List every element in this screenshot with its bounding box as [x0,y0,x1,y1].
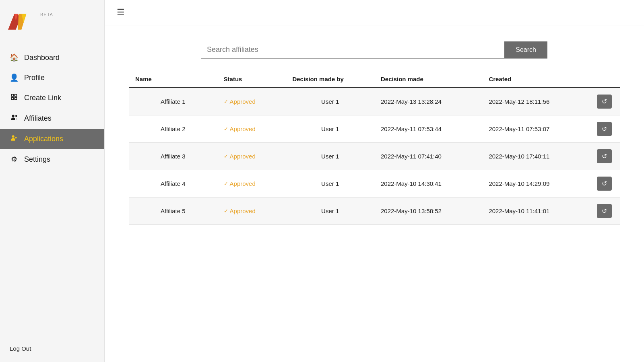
status-badge: ✓ Approved [224,98,280,105]
status-badge: ✓ Approved [224,180,280,187]
logout-button[interactable]: Log Out [10,345,31,352]
refresh-button[interactable]: ↺ [597,177,612,191]
cell-decision-made: 2022-May-13 13:28:24 [374,88,482,115]
status-badge: ✓ Approved [224,153,280,160]
cell-created: 2022-May-11 07:53:07 [482,115,590,143]
status-badge: ✓ Approved [224,125,280,132]
cell-name: Affiliate 3 [129,143,217,170]
app-logo [8,10,36,34]
link-icon [10,93,19,103]
svg-rect-7 [15,98,17,100]
search-input[interactable] [201,41,504,58]
col-header-status: Status [217,71,286,88]
svg-point-10 [12,135,14,138]
check-icon: ✓ [224,126,228,132]
cell-decision-made: 2022-May-10 14:30:41 [374,170,482,197]
hamburger-button[interactable]: ☰ [117,7,125,18]
refresh-button[interactable]: ↺ [597,204,612,218]
status-badge: ✓ Approved [224,208,280,214]
check-icon: ✓ [224,181,228,187]
top-bar: ☰ [105,0,644,25]
affiliates-icon [10,114,19,123]
logo-area: BETA [0,0,104,43]
sidebar-item-settings-label: Settings [24,155,50,164]
search-area: Search [105,25,644,71]
cell-action: ↺ [590,197,620,225]
affiliates-table-container: Name Status Decision made by Decision ma… [105,71,644,225]
cell-decision-made: 2022-May-11 07:41:40 [374,143,482,170]
main-content: ☰ Search Name Status Decision made by De… [105,0,644,362]
check-icon: ✓ [224,99,228,105]
refresh-button[interactable]: ↺ [597,95,612,109]
settings-icon: ⚙ [10,155,19,164]
table-row: Affiliate 2 ✓ Approved User 1 2022-May-1… [129,115,620,143]
svg-rect-5 [15,94,17,96]
cell-action: ↺ [590,143,620,170]
cell-name: Affiliate 2 [129,115,217,143]
cell-decision-made: 2022-May-11 07:53:44 [374,115,482,143]
table-row: Affiliate 4 ✓ Approved User 1 2022-May-1… [129,170,620,197]
cell-decision-by: User 1 [286,197,374,225]
svg-rect-4 [11,94,13,96]
home-icon: 🏠 [10,53,19,62]
svg-rect-6 [11,98,13,100]
col-header-created: Created [482,71,590,88]
sidebar-item-affiliates-label: Affiliates [24,114,52,123]
col-header-decision-by: Decision made by [286,71,374,88]
sidebar-item-create-link-label: Create Link [24,94,61,102]
affiliates-table: Name Status Decision made by Decision ma… [129,71,620,225]
applications-icon [10,134,19,144]
cell-name: Affiliate 5 [129,197,217,225]
cell-created: 2022-May-10 14:29:09 [482,170,590,197]
beta-label: BETA [40,12,53,17]
cell-created: 2022-May-10 11:41:01 [482,197,590,225]
sidebar-item-affiliates[interactable]: Affiliates [0,108,104,129]
cell-status: ✓ Approved [217,197,286,225]
sidebar-item-create-link[interactable]: Create Link [0,88,104,108]
sidebar-item-applications[interactable]: Applications [0,129,104,149]
cell-action: ↺ [590,88,620,115]
svg-point-9 [15,115,17,117]
cell-decision-by: User 1 [286,143,374,170]
refresh-button[interactable]: ↺ [597,149,612,163]
cell-status: ✓ Approved [217,115,286,143]
cell-name: Affiliate 4 [129,170,217,197]
profile-icon: 👤 [10,73,19,82]
col-header-action [590,71,620,88]
sidebar-item-settings[interactable]: ⚙ Settings [0,149,104,169]
cell-status: ✓ Approved [217,88,286,115]
cell-status: ✓ Approved [217,170,286,197]
sidebar: BETA 🏠 Dashboard 👤 Profile Create Link A… [0,0,105,362]
table-row: Affiliate 1 ✓ Approved User 1 2022-May-1… [129,88,620,115]
sidebar-item-applications-label: Applications [24,135,63,143]
cell-action: ↺ [590,170,620,197]
sidebar-item-profile[interactable]: 👤 Profile [0,68,104,88]
table-row: Affiliate 3 ✓ Approved User 1 2022-May-1… [129,143,620,170]
sidebar-item-profile-label: Profile [24,74,45,82]
cell-decision-by: User 1 [286,115,374,143]
table-body: Affiliate 1 ✓ Approved User 1 2022-May-1… [129,88,620,225]
table-row: Affiliate 5 ✓ Approved User 1 2022-May-1… [129,197,620,225]
cell-created: 2022-May-12 18:11:56 [482,88,590,115]
sidebar-item-dashboard-label: Dashboard [24,53,60,62]
sidebar-item-dashboard[interactable]: 🏠 Dashboard [0,47,104,68]
refresh-button[interactable]: ↺ [597,122,612,136]
logout-area: Log Out [0,335,104,362]
check-icon: ✓ [224,153,228,159]
col-header-name: Name [129,71,217,88]
sidebar-nav: 🏠 Dashboard 👤 Profile Create Link Affili… [0,47,104,335]
cell-decision-by: User 1 [286,88,374,115]
svg-point-8 [12,115,14,117]
cell-decision-made: 2022-May-10 13:58:52 [374,197,482,225]
col-header-decision: Decision made [374,71,482,88]
cell-created: 2022-May-10 17:40:11 [482,143,590,170]
search-button[interactable]: Search [504,41,547,58]
cell-status: ✓ Approved [217,143,286,170]
cell-action: ↺ [590,115,620,143]
table-header: Name Status Decision made by Decision ma… [129,71,620,88]
search-wrapper: Search [201,41,547,59]
cell-decision-by: User 1 [286,170,374,197]
check-icon: ✓ [224,208,228,214]
cell-name: Affiliate 1 [129,88,217,115]
